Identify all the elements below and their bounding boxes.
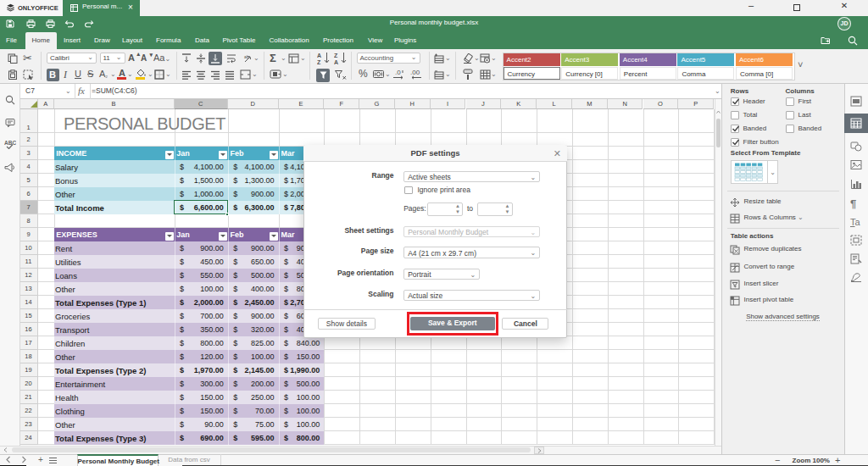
svg-text:ab: ab: [244, 54, 249, 59]
svg-text:ABC: ABC: [4, 140, 16, 146]
svg-text:A: A: [317, 53, 321, 58]
svg-text:.00: .00: [410, 69, 420, 76]
svg-text:.0: .0: [395, 69, 401, 76]
svg-text:A: A: [334, 59, 338, 65]
svg-text:Z: Z: [317, 59, 321, 65]
svg-text:Z: Z: [334, 53, 338, 58]
